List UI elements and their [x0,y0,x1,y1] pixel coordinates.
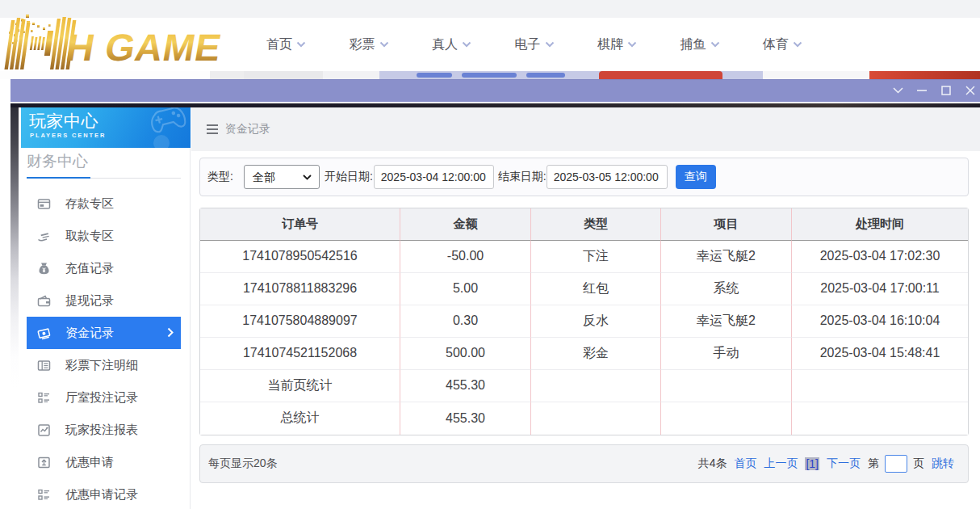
end-date-label: 结束日期: [498,170,547,184]
type-label: 类型: [207,170,233,184]
nav-item-live[interactable]: 真人 [432,36,471,53]
gift-icon [37,456,51,469]
ledger-icon [37,359,51,372]
gamepad-icon [147,107,189,137]
nav-item-cards[interactable]: 棋牌 [597,36,637,53]
window-collapse-button[interactable] [886,80,910,102]
sidebar-item-promo-apply[interactable]: 优惠申请 [27,446,181,478]
player-center-window: 玩家中心 PLAYERS CENTER 财务中心 存款专区 取款专区 [10,79,980,509]
table-header-row: 订单号 金额 类型 项目 处理时间 [200,208,968,241]
close-icon [965,86,975,95]
nav-item-fishing[interactable]: 捕鱼 [681,36,720,53]
column-header-amount: 金额 [400,208,530,241]
banner-sliver [0,71,980,79]
chevron-down-icon [793,41,802,48]
sidebar-item-promo-apply-records[interactable]: 优惠申请记录 [27,478,181,509]
player-center-card: 玩家中心 PLAYERS CENTER 财务中心 存款专区 取款专区 [19,107,980,509]
site-header: H GAME 首页 彩票 真人 电子 棋牌 捕鱼 体育 [0,0,980,71]
banknotes-icon [37,326,51,340]
banner-fragment [0,71,210,79]
sidebar-item-lottery-bet-details[interactable]: 彩票下注明细 [27,349,181,381]
report-chart-icon [37,423,51,437]
next-page-link[interactable]: 下一页 [827,456,861,471]
nav-item-home[interactable]: 首页 [266,36,306,53]
table-row: 17410788118832965.00红包系统2025-03-04 17:00… [200,273,968,305]
deposit-card-icon [37,197,51,211]
column-header-item: 项目 [660,208,791,241]
sidebar-menu: 存款专区 取款专区 充值记录 提现记录 [19,187,191,509]
chevron-down-icon [545,41,555,48]
end-date-input[interactable] [547,165,668,189]
column-header-order-no: 订单号 [200,208,400,241]
filter-bar: 类型: 全部 开始日期: 结束日期: 查询 [199,158,969,196]
pagination-bar: 每页显示20条 共4条 首页 上一页 [1] 下一页 第 页 跳转 [199,444,969,483]
jump-prefix-label: 第 [868,456,879,471]
banner-fragment [526,73,565,78]
chevron-down-icon [710,41,720,48]
window-titlebar[interactable] [10,79,980,103]
left-gradient-strip [10,107,19,509]
logo-wordmark: H GAME [63,26,224,69]
search-button[interactable]: 查询 [676,165,716,189]
sidebar-item-withdraw-zone[interactable]: 取款专区 [27,220,181,252]
select-caret-icon [303,175,312,180]
nav-item-sports[interactable]: 体育 [763,36,802,53]
sidebar-title: 玩家中心 [29,110,98,133]
sidebar-item-player-bet-report[interactable]: 玩家投注报表 [27,414,181,446]
jump-suffix-label: 页 [913,456,924,471]
decor-circle [153,135,170,148]
chevron-down-icon [296,41,306,48]
withdraw-hand-icon [37,229,51,243]
column-header-time: 处理时间 [791,208,968,241]
start-date-input[interactable] [374,165,494,189]
column-header-type: 类型 [530,208,660,241]
page-jump-input[interactable] [885,455,907,473]
minimize-icon [917,90,927,91]
page-title: 资金记录 [225,122,270,137]
hamburger-menu-icon[interactable] [207,124,218,134]
table-row-page-total: 当前页统计455.30 [200,370,968,402]
h-game-logo[interactable]: H GAME [2,15,232,71]
banner-fragment [210,71,244,79]
checklist-icon [37,488,51,502]
current-page-indicator: [1] [805,457,819,470]
sidebar: 玩家中心 PLAYERS CENTER 财务中心 存款专区 取款专区 [19,107,191,509]
banner-fragment [599,71,722,79]
checklist-icon [37,391,51,405]
jump-action-link[interactable]: 跳转 [932,456,954,471]
sidebar-item-withdrawal-records[interactable]: 提现记录 [27,284,181,317]
table-row-grand-total: 总统计455.30 [200,402,968,435]
sidebar-section-title: 财务中心 [27,151,88,172]
money-bag-icon [37,262,51,276]
table-row: 1741078950542516-50.00下注幸运飞艇22025-03-04 … [200,241,968,273]
start-date-label: 开始日期: [325,170,373,184]
sidebar-item-room-bet-records[interactable]: 厅室投注记录 [27,381,181,414]
funds-records-table: 订单号 金额 类型 项目 处理时间 1741078950542516-50.00… [199,208,969,435]
sidebar-header: 玩家中心 PLAYERS CENTER [21,107,191,148]
window-minimize-button[interactable] [910,80,934,102]
nav-item-lottery[interactable]: 彩票 [350,36,389,53]
first-page-link[interactable]: 首页 [734,456,756,471]
page-size-text: 每页显示20条 [208,456,278,471]
table-row: 1741074521152068500.00彩金手动2025-03-04 15:… [200,338,968,370]
sidebar-item-recharge-records[interactable]: 充值记录 [27,252,181,284]
chevron-down-icon [893,87,903,94]
sidebar-item-funds-records[interactable]: 资金记录 [27,317,181,349]
window-maximize-button[interactable] [934,80,958,102]
nav-item-slots[interactable]: 电子 [515,36,555,53]
breadcrumb: 资金记录 [191,107,980,151]
type-select[interactable]: 全部 [244,165,320,189]
chevron-down-icon [627,41,637,48]
window-close-button[interactable] [958,80,980,102]
banner-fragment [869,71,980,79]
chevron-down-icon [379,41,389,48]
sidebar-subtitle: PLAYERS CENTER [30,132,106,139]
banner-fragment [763,71,869,79]
banner-fragment [323,71,379,79]
sidebar-item-deposit-zone[interactable]: 存款专区 [27,187,181,220]
banner-fragment [244,71,323,79]
wallet-icon [37,294,51,308]
prev-page-link[interactable]: 上一页 [764,456,798,471]
table-row: 17410758048890970.30反水幸运飞艇22025-03-04 16… [200,305,968,338]
chevron-right-icon [167,327,174,338]
